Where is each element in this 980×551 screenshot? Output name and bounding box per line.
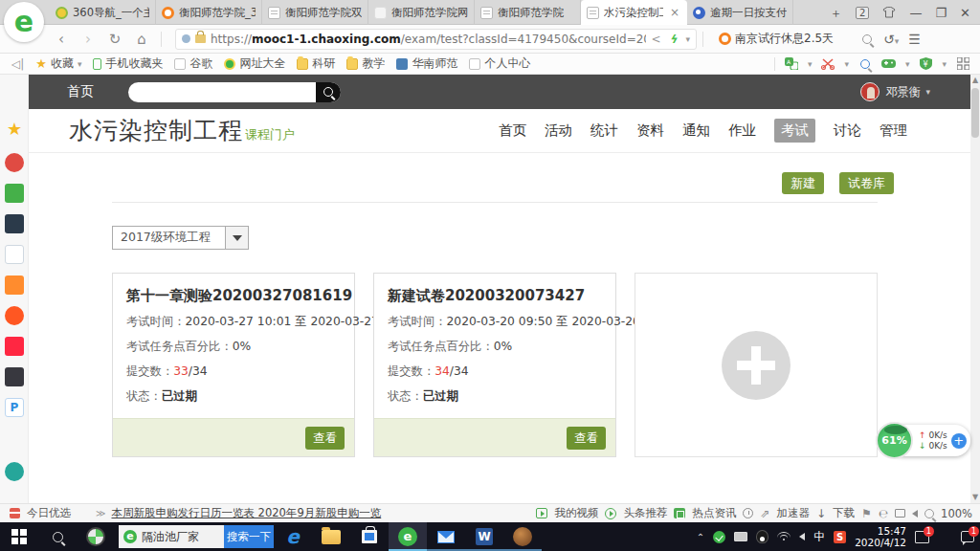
qq-tray-icon[interactable] bbox=[756, 530, 768, 543]
edge-taskbar-icon[interactable]: e bbox=[274, 522, 312, 551]
new-exam-button[interactable]: 新建 bbox=[782, 172, 824, 194]
close-window-button[interactable]: ✕ bbox=[960, 7, 970, 19]
nav-activity[interactable]: 活动 bbox=[545, 121, 572, 140]
mute-icon[interactable] bbox=[912, 510, 918, 518]
scrollbar-thumb[interactable] bbox=[971, 88, 979, 138]
notification-center-icon[interactable]: 1 bbox=[961, 531, 974, 542]
booster-label[interactable]: 加速器 bbox=[777, 506, 811, 520]
exam-card[interactable]: 第十一章测验20200327081619 考试时间：2020-03-27 10:… bbox=[112, 273, 355, 457]
browser-tab-active[interactable]: 水污染控制工程 × bbox=[581, 0, 687, 25]
360-pinwheel-icon[interactable] bbox=[77, 522, 115, 551]
scroll-up-arrow[interactable]: ▲ bbox=[970, 75, 980, 86]
notes-app-icon[interactable] bbox=[5, 245, 24, 264]
url-text[interactable]: https://mooc1-1.chaoxing.com/exam/test?c… bbox=[211, 33, 646, 46]
nav-home[interactable]: 首页 bbox=[499, 121, 526, 140]
bookmark-item[interactable]: 华南师范 bbox=[396, 55, 457, 72]
word-taskbar-icon[interactable]: W bbox=[465, 522, 503, 551]
notebook-tray-icon[interactable]: 1 bbox=[915, 531, 929, 543]
games-icon[interactable] bbox=[881, 56, 897, 72]
site-info-icon[interactable] bbox=[182, 34, 190, 43]
widget-add-button[interactable]: + bbox=[951, 433, 967, 449]
maximize-button[interactable]: ❐ bbox=[935, 7, 947, 19]
clock-icon[interactable] bbox=[743, 508, 753, 518]
screenshot-scissors-icon[interactable] bbox=[820, 56, 835, 72]
find-icon[interactable] bbox=[858, 56, 873, 72]
pdf-app-icon[interactable]: P bbox=[5, 398, 24, 417]
today-picks-label[interactable]: 今日优选 bbox=[27, 506, 71, 520]
collapse-sidebar-icon[interactable]: ◁| bbox=[11, 57, 24, 71]
shopping-app-icon[interactable] bbox=[5, 276, 24, 295]
skin-theme-icon[interactable] bbox=[882, 7, 896, 18]
scroll-down-arrow[interactable]: ▼ bbox=[970, 492, 980, 503]
restore-tab-icon[interactable]: ↺▾ bbox=[883, 32, 899, 47]
my-videos-label[interactable]: 我的视频 bbox=[554, 506, 598, 520]
tieba-app-icon[interactable] bbox=[5, 214, 24, 233]
browser-tab[interactable]: 360导航_一个主 bbox=[50, 0, 156, 25]
memory-usage-ball[interactable]: 61% bbox=[876, 422, 913, 459]
nav-homework[interactable]: 作业 bbox=[728, 121, 756, 140]
bookmark-item[interactable]: 手机收藏夹 bbox=[93, 55, 163, 72]
translate-icon[interactable]: A bbox=[784, 56, 799, 72]
volume-icon[interactable] bbox=[799, 533, 805, 540]
menu-icon[interactable]: ☰ bbox=[908, 32, 921, 47]
home-icon[interactable]: ⌂ bbox=[128, 31, 155, 48]
compat-mode-icon[interactable]: ℮ bbox=[879, 507, 888, 520]
apps-grid-icon[interactable] bbox=[955, 56, 970, 72]
xiaohongshu-app-icon[interactable] bbox=[5, 337, 24, 356]
tray-expand-chevron[interactable]: ⌃ bbox=[697, 532, 704, 542]
file-explorer-icon[interactable] bbox=[312, 522, 350, 551]
taskbar-clock[interactable]: 15:47 2020/4/12 bbox=[855, 525, 906, 548]
minimize-button[interactable]: — bbox=[909, 7, 922, 19]
360-shield-tray-icon[interactable] bbox=[713, 531, 725, 543]
taskbar-search-icon[interactable] bbox=[38, 522, 77, 551]
wechat-app-icon[interactable] bbox=[5, 184, 24, 203]
new-tab-button[interactable]: ＋ bbox=[830, 7, 842, 19]
display-tray-icon[interactable] bbox=[734, 532, 747, 541]
weibo-app-icon[interactable] bbox=[5, 153, 24, 172]
flag-icon[interactable]: ⚑ bbox=[861, 507, 872, 520]
hot-news-icon[interactable] bbox=[674, 508, 685, 518]
tab-close-icon[interactable]: × bbox=[668, 6, 681, 19]
quick-search-box[interactable]: 南京试行休息2.5天 bbox=[719, 31, 872, 47]
wifi-icon[interactable] bbox=[777, 532, 791, 541]
nav-discussion[interactable]: 讨论 bbox=[834, 121, 861, 140]
chevron-down-icon[interactable]: ▾ bbox=[685, 34, 690, 44]
favorites-menu[interactable]: ★ 收藏 ▾ bbox=[35, 55, 81, 72]
nav-materials[interactable]: 资料 bbox=[636, 121, 664, 140]
view-button[interactable]: 查看 bbox=[305, 427, 345, 450]
class-filter-select[interactable]: 2017级环境工程 bbox=[112, 226, 249, 250]
search-go-button[interactable]: 搜索一下 bbox=[224, 525, 274, 548]
taobao-app-icon[interactable] bbox=[5, 306, 24, 325]
hot-news-label[interactable]: 热点资讯 bbox=[692, 506, 736, 520]
site-home-link[interactable]: 首页 bbox=[67, 83, 94, 100]
news-ticker-link[interactable]: 本周新股申购发行日历一览表 2020年9月新股申购一览 bbox=[111, 506, 381, 520]
browser-tab[interactable]: 衡阳师范学院 bbox=[475, 0, 581, 25]
address-bar[interactable]: https://mooc1-1.chaoxing.com/exam/test?c… bbox=[175, 29, 697, 50]
download-label[interactable]: 下载 bbox=[833, 506, 855, 520]
browser-tab[interactable]: 衡阳师范学院双 bbox=[262, 0, 368, 25]
select-dropdown-button[interactable] bbox=[225, 227, 248, 249]
headline-icon[interactable] bbox=[605, 508, 616, 519]
browser-tab[interactable]: 衡阳师范学院网 bbox=[368, 0, 475, 25]
refresh-icon[interactable]: ↻ bbox=[101, 31, 128, 48]
nav-exam-active[interactable]: 考试 bbox=[774, 119, 815, 143]
bookmark-item[interactable]: 网址大全 bbox=[224, 55, 285, 72]
speed-mode-icon[interactable]: ϟ bbox=[670, 33, 678, 46]
plus-icon[interactable] bbox=[722, 331, 791, 400]
favorites-star-icon[interactable]: ★ bbox=[5, 120, 24, 139]
game-app-icon[interactable] bbox=[5, 367, 24, 386]
nav-manage[interactable]: 管理 bbox=[880, 121, 907, 140]
wallet-shield-icon[interactable]: ¥ bbox=[918, 56, 933, 72]
zoom-search-icon[interactable] bbox=[924, 509, 934, 518]
headline-label[interactable]: 头条推荐 bbox=[623, 506, 667, 520]
download-icon[interactable]: ↓ bbox=[816, 507, 826, 520]
mail-taskbar-icon[interactable] bbox=[427, 522, 465, 551]
paper-bank-button[interactable]: 试卷库 bbox=[839, 172, 894, 194]
booster-icon[interactable]: ⇗ bbox=[760, 507, 769, 520]
my-videos-icon[interactable] bbox=[536, 508, 547, 518]
sogou-tray-icon[interactable]: S bbox=[834, 531, 846, 543]
view-button[interactable]: 查看 bbox=[567, 427, 606, 450]
search-icon[interactable] bbox=[862, 34, 872, 44]
bookmark-folder[interactable]: 教学 bbox=[346, 55, 385, 72]
start-button[interactable] bbox=[0, 522, 38, 551]
